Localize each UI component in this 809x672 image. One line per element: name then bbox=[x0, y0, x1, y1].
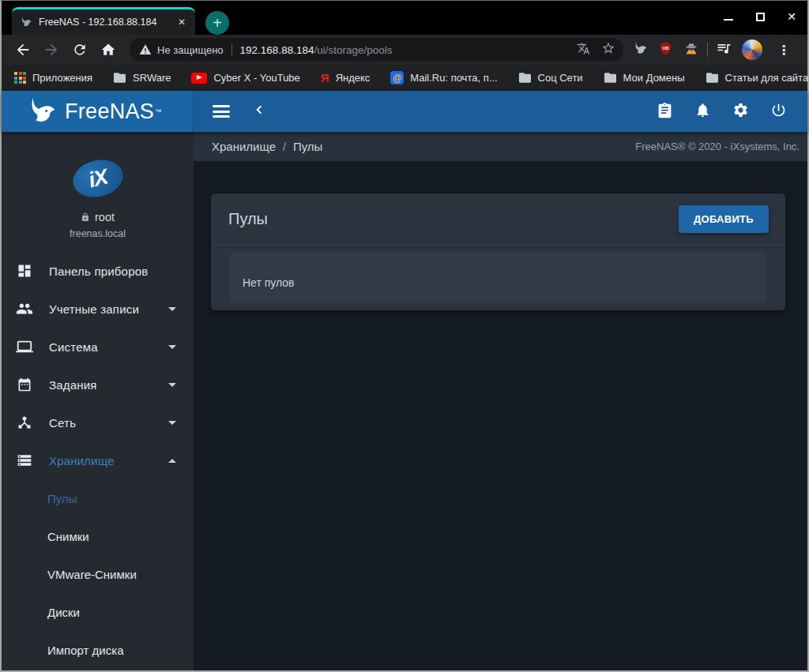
not-secure-icon bbox=[139, 43, 152, 56]
youtube-icon bbox=[191, 73, 207, 84]
copyright-text: FreeNAS® © 2020 - iXsystems, Inc. bbox=[635, 141, 800, 152]
expand-arrow-icon bbox=[168, 383, 176, 387]
yandex-icon: Я bbox=[321, 71, 329, 84]
pools-card: Пулы ДОБАВИТЬ Нет пулов bbox=[211, 193, 785, 310]
back-button[interactable] bbox=[13, 39, 33, 60]
sidebar-item-tasks[interactable]: Задания bbox=[2, 366, 194, 404]
spy-extension-icon[interactable] bbox=[683, 40, 699, 59]
shark-extension-icon[interactable] bbox=[633, 41, 648, 59]
tab-title: FreeNAS - 192.168.88.184 bbox=[39, 17, 175, 28]
playlist-icon[interactable] bbox=[716, 40, 732, 59]
omnibox-divider bbox=[231, 43, 232, 56]
folder-icon bbox=[604, 72, 617, 84]
bookmark-folder-srware[interactable]: SRWare bbox=[113, 72, 171, 84]
browser-titlebar: FreeNAS - 192.168.88.184 ✕ + ✕ bbox=[2, 1, 807, 35]
collapse-chevron-icon[interactable] bbox=[252, 103, 266, 120]
freenas-shark-icon bbox=[25, 96, 58, 127]
reload-button[interactable] bbox=[70, 39, 90, 60]
profile-avatar[interactable] bbox=[742, 39, 762, 60]
minimize-button[interactable] bbox=[722, 10, 735, 23]
sidebar-subitem-import-disk[interactable]: Импорт диска bbox=[2, 631, 194, 669]
card-title: Пулы bbox=[228, 210, 268, 228]
sidebar-item-accounts[interactable]: Учетные записи bbox=[2, 290, 194, 328]
bookmark-folder-articles[interactable]: Статьи для сайта bbox=[706, 72, 809, 84]
app-header: FreeNAS™ bbox=[2, 91, 807, 132]
expand-arrow-icon bbox=[168, 345, 176, 349]
empty-message: Нет пулов bbox=[243, 276, 295, 289]
mailru-icon: @ bbox=[390, 71, 404, 84]
laptop-icon bbox=[16, 338, 33, 355]
notifications-bell-icon[interactable] bbox=[694, 102, 711, 122]
bookmark-youtube[interactable]: Cyber X - YouTube bbox=[191, 72, 299, 84]
security-label: Не защищено bbox=[157, 44, 224, 56]
settings-gear-icon[interactable] bbox=[732, 102, 749, 122]
tasks-clipboard-icon[interactable] bbox=[657, 102, 673, 122]
url-host: 192.168.88.184 bbox=[240, 44, 314, 56]
expand-arrow-icon bbox=[168, 307, 176, 311]
brand-tm: ™ bbox=[155, 108, 161, 115]
window-controls: ✕ bbox=[722, 10, 798, 23]
translate-icon[interactable] bbox=[577, 42, 590, 58]
freenas-favicon bbox=[20, 16, 32, 28]
ixsystems-logo: iX bbox=[69, 155, 126, 202]
browser-toolbar: Не защищено 192.168.88.184/ui/storage/po… bbox=[2, 35, 807, 65]
apps-grid-icon bbox=[14, 72, 26, 84]
plus-icon: + bbox=[213, 14, 222, 32]
brand-name: FreeNAS bbox=[65, 99, 154, 124]
power-icon[interactable] bbox=[770, 102, 787, 122]
new-tab-button[interactable]: + bbox=[205, 11, 229, 35]
folder-icon bbox=[706, 72, 719, 84]
home-button[interactable] bbox=[98, 39, 119, 60]
people-icon bbox=[16, 300, 33, 317]
dashboard-icon bbox=[16, 262, 33, 280]
sidebar-subitem-pools[interactable]: Пулы bbox=[2, 479, 194, 517]
toolbar-divider bbox=[707, 43, 708, 57]
svg-text:UD: UD bbox=[662, 46, 669, 51]
bookmark-yandex[interactable]: Я Яндекс bbox=[321, 71, 371, 84]
hostname: freenas.local bbox=[2, 228, 194, 239]
bookmark-folder-social[interactable]: Соц Сети bbox=[518, 72, 583, 84]
folder-icon bbox=[518, 72, 532, 84]
sidebar-subitem-snapshots[interactable]: Снимки bbox=[2, 517, 194, 555]
collapse-arrow-icon bbox=[168, 459, 176, 463]
breadcrumb-bar: Хранилище / Пулы FreeNAS® © 2020 - iXsys… bbox=[194, 132, 807, 161]
breadcrumb-current[interactable]: Пулы bbox=[293, 140, 323, 153]
bookmarks-bar: Приложения SRWare Cyber X - YouTube Я Ян… bbox=[2, 65, 807, 91]
browser-window: FreeNAS - 192.168.88.184 ✕ + ✕ bbox=[0, 0, 809, 672]
sidebar-item-storage[interactable]: Хранилище bbox=[2, 441, 194, 479]
add-pool-button[interactable]: ДОБАВИТЬ bbox=[679, 205, 769, 233]
empty-state-panel: Нет пулов bbox=[230, 251, 766, 303]
username: root bbox=[95, 211, 115, 223]
forward-button[interactable] bbox=[41, 39, 62, 60]
calendar-icon bbox=[16, 376, 33, 393]
sidebar-toggle-icon[interactable] bbox=[213, 105, 230, 118]
storage-icon bbox=[16, 452, 33, 469]
sidebar: iX root freenas.local Панель приборов bbox=[2, 132, 194, 670]
browser-tab[interactable]: FreeNAS - 192.168.88.184 ✕ bbox=[12, 7, 195, 35]
bookmark-apps[interactable]: Приложения bbox=[14, 72, 92, 84]
app-logo[interactable]: FreeNAS™ bbox=[2, 91, 194, 132]
breadcrumb-parent[interactable]: Хранилище bbox=[212, 140, 276, 153]
url-path: /ui/storage/pools bbox=[314, 44, 392, 56]
sidebar-subitem-disks[interactable]: Диски bbox=[2, 593, 194, 631]
maximize-button[interactable] bbox=[754, 10, 766, 23]
expand-arrow-icon bbox=[168, 421, 176, 425]
bookmark-mailru[interactable]: @ Mail.Ru: почта, п... bbox=[390, 71, 497, 84]
tab-close-icon[interactable]: ✕ bbox=[175, 15, 189, 29]
sidebar-subitem-vmware-snapshots[interactable]: VMware-Снимки bbox=[2, 555, 194, 593]
bookmark-star-icon[interactable] bbox=[601, 41, 615, 58]
browser-menu-icon[interactable]: ⋮ bbox=[773, 43, 795, 58]
adblock-shield-icon[interactable]: UD bbox=[658, 41, 673, 59]
network-icon bbox=[16, 414, 33, 431]
sidebar-item-dashboard[interactable]: Панель приборов bbox=[2, 252, 194, 290]
sidebar-item-system[interactable]: Система bbox=[2, 328, 194, 366]
sidebar-item-network[interactable]: Сеть bbox=[2, 404, 194, 441]
lock-icon bbox=[81, 212, 90, 222]
window-close-button[interactable]: ✕ bbox=[785, 10, 798, 23]
folder-icon bbox=[113, 72, 126, 84]
breadcrumb-separator: / bbox=[283, 141, 286, 153]
bookmark-folder-domains[interactable]: Мои Домены bbox=[604, 72, 685, 84]
address-bar[interactable]: Не защищено 192.168.88.184/ui/storage/po… bbox=[130, 38, 623, 62]
